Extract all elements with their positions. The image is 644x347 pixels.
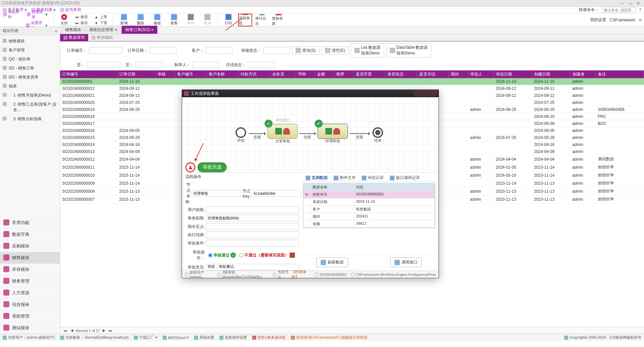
menu-skin[interactable]: 设置皮肤 ▾: [26, 9, 49, 20]
close-tab-icon[interactable]: ✕: [151, 28, 154, 32]
maximize-button[interactable]: ▭: [627, 1, 634, 6]
btn-down[interactable]: ▼下查: [93, 20, 109, 26]
col-header[interactable]: 付款方式: [238, 70, 270, 78]
rtable-row[interactable]: 期间202411: [303, 213, 435, 220]
nav-item[interactable]: 综合报表: [0, 299, 60, 310]
nav-item[interactable]: 采购模块: [0, 240, 60, 252]
btn-callapi[interactable]: 调用接口: [390, 257, 422, 267]
subtab[interactable]: 数据编辑: [88, 34, 116, 41]
rtable-row[interactable]: ▶销售单号SO20240000001: [303, 191, 435, 198]
col-header[interactable]: 订单编号: [60, 70, 117, 78]
col-header[interactable]: 审批人: [468, 70, 494, 78]
nav-first[interactable]: ⏮: [63, 329, 68, 333]
inp-orderno[interactable]: [89, 47, 122, 54]
btn-refresh[interactable]: 刷新数据: [316, 257, 348, 267]
inp-cond[interactable]: [206, 240, 299, 246]
btn-audit-log[interactable]: 审计日志: [255, 14, 269, 26]
wf-min-button[interactable]: —: [414, 91, 421, 96]
btn-copy-doc[interactable]: 复制单据: [272, 14, 286, 26]
col-header[interactable]: 备注: [596, 70, 644, 78]
col-header[interactable]: 创建者: [570, 70, 596, 78]
nav-item[interactable]: 人力资源: [0, 287, 60, 299]
inp-maker[interactable]: [192, 61, 219, 68]
tree-item[interactable]: 客户管理: [0, 46, 60, 55]
inp-userperm[interactable]: [206, 206, 299, 213]
nav-item[interactable]: 销售模块: [0, 252, 60, 264]
wf-node-step2[interactable]: ✓ 经理审批: [318, 124, 348, 144]
status-sysset[interactable]: 系统设置: [194, 335, 214, 340]
btn-clear[interactable]: 清空(E): [321, 46, 349, 55]
inp-orderno-to[interactable]: [87, 61, 120, 68]
inp-cmddef[interactable]: [206, 223, 299, 230]
wf-node-end[interactable]: 结束: [372, 127, 383, 143]
col-header[interactable]: 客户名称: [206, 70, 238, 78]
link-my-settings[interactable]: 我的设置: [590, 17, 606, 23]
menu-set-common[interactable]: 设为常用: [60, 7, 81, 13]
minimize-button[interactable]: —: [619, 1, 626, 6]
tree-item[interactable]: DO - 销售发货单: [0, 73, 60, 82]
nav-item[interactable]: 系统管理: [0, 310, 60, 322]
collapse-icon[interactable]: «: [55, 29, 57, 33]
inp-cust[interactable]: [206, 47, 232, 54]
wf-header[interactable]: 工作流审批界面 — ▭ ✕: [182, 90, 439, 97]
wf-node-start[interactable]: 开始: [235, 127, 246, 143]
nav-item[interactable]: 数据字典: [0, 228, 60, 240]
col-header[interactable]: 币种: [296, 70, 315, 78]
wf-close-button[interactable]: ✕: [430, 91, 437, 96]
col-header[interactable]: 金额: [315, 70, 334, 78]
inp-date-to[interactable]: [136, 61, 162, 68]
nav-next[interactable]: ▶: [102, 328, 106, 333]
btn-del[interactable]: 删除: [134, 14, 148, 26]
wf-rtab[interactable]: 审批记录: [359, 174, 386, 182]
inp-roleperm[interactable]: [206, 215, 299, 221]
col-header[interactable]: 客户编号: [175, 70, 206, 78]
nav-item[interactable]: 库存模块: [0, 264, 60, 275]
rtable-row[interactable]: 金额39812: [303, 220, 435, 228]
tab[interactable]: 销售订单(SO)✕: [122, 26, 157, 34]
inp-approve[interactable]: [263, 47, 290, 54]
nav-item[interactable]: 财务管理: [0, 275, 60, 287]
radio-reject[interactable]: 不通过（需要填写原因）: [239, 252, 295, 258]
rtable-row[interactable]: 单据日期2024-11-10: [303, 198, 435, 206]
cmd-help-icon[interactable]: ?: [639, 8, 641, 12]
wf-rtab[interactable]: 实例数据: [303, 174, 330, 182]
nav-last[interactable]: ⏭: [108, 329, 113, 333]
tree-item[interactable]: 报表: [0, 82, 60, 91]
inp-execres[interactable]: [206, 231, 299, 238]
table-row[interactable]: SO202400000012024-11-102024-11-102024-11…: [60, 78, 644, 85]
btn-last[interactable]: ⏭最后: [74, 20, 89, 26]
btn-view[interactable]: 查看: [167, 14, 181, 26]
tree-item[interactable]: 3. 销售分析报表: [0, 115, 60, 124]
btn-edit[interactable]: 修改: [150, 14, 164, 26]
nav-prev[interactable]: ◀: [70, 328, 74, 333]
btn-list-demo[interactable]: List 数据源报表Demo: [351, 43, 384, 57]
inp-nodekey[interactable]: [252, 190, 301, 197]
btn-datatable-demo[interactable]: DataTable 数据源报表Demo: [386, 43, 431, 57]
tree-item[interactable]: 1. 销售月报表(Demo): [0, 91, 60, 100]
col-header[interactable]: 是否开票: [353, 70, 385, 78]
tree-item[interactable]: SO - 销售订单: [0, 64, 60, 73]
col-header[interactable]: 审批日期: [494, 70, 532, 78]
dropdown-icon[interactable]: ⊕: [639, 18, 642, 22]
rtable-row[interactable]: 客户联想集团: [303, 206, 435, 213]
status-unread[interactable]: 您有1条未读消息: [252, 335, 285, 340]
radio-pass[interactable]: 审核通过 ✓: [208, 252, 236, 258]
col-header[interactable]: 是否月结: [417, 70, 449, 78]
close-button[interactable]: ✕: [635, 1, 642, 6]
tree-item[interactable]: QO - 报价单: [0, 55, 60, 64]
nav-item[interactable]: 测试模块: [0, 322, 60, 334]
wf-node-step1[interactable]: 审批通过 ✓ 主管审批: [268, 124, 298, 144]
nav-item[interactable]: 常用功能: [0, 217, 60, 228]
inp-date-from[interactable]: [150, 47, 176, 54]
btn-close[interactable]: 关闭: [57, 14, 71, 26]
col-header[interactable]: 税率: [334, 70, 354, 78]
col-header[interactable]: 发货状态: [385, 70, 417, 78]
wf-max-button[interactable]: ▭: [422, 91, 429, 96]
btn-new[interactable]: 新增: [117, 14, 131, 26]
status-update[interactable]: 更新缓存设置: [219, 335, 247, 340]
col-header[interactable]: 业务员: [270, 70, 296, 78]
wf-rtab[interactable]: 附件文件: [331, 174, 358, 182]
tree-item[interactable]: 2. 销售汇总表(按客户,业务...: [0, 100, 60, 115]
tab[interactable]: 销售模块: [61, 26, 85, 34]
btn-query[interactable]: 查询(S): [292, 46, 319, 55]
